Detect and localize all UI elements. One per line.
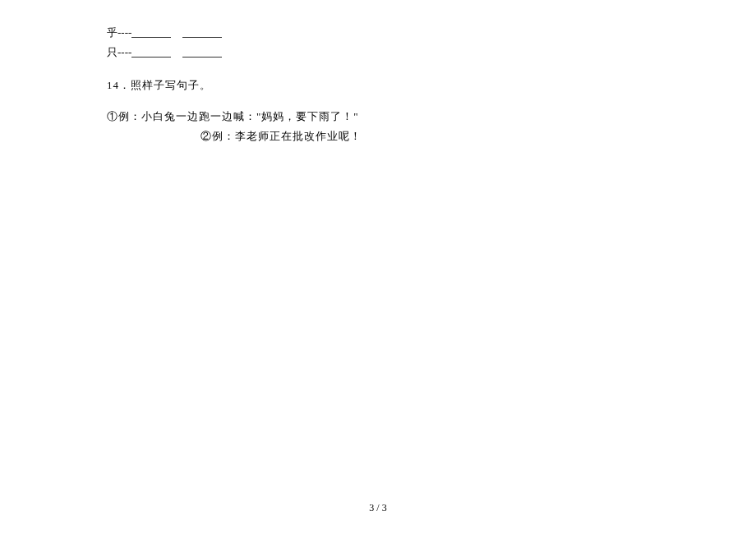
blank-hu-1[interactable]	[131, 26, 171, 38]
fill-line-zhi: 只----	[107, 44, 649, 62]
char-zhi: 只----	[107, 46, 131, 58]
question-14: 14．照样子写句子。	[107, 76, 649, 94]
question-prompt: 照样子写句子。	[131, 79, 211, 91]
page-footer: 3 / 3	[0, 499, 756, 516]
fill-line-hu: 乎----	[107, 24, 649, 42]
page: 乎---- 只---- 14．照样子写句子。 ①例：小白兔一边跑一边喊："妈妈，…	[0, 0, 756, 534]
question-number: 14．	[107, 79, 131, 91]
blank-hu-2[interactable]	[182, 26, 222, 38]
example-1: ①例：小白兔一边跑一边喊："妈妈，要下雨了！"	[107, 108, 649, 126]
blank-zhi-1[interactable]	[131, 46, 171, 58]
example-2: ②例：李老师正在批改作业呢！	[107, 127, 649, 145]
char-hu: 乎----	[107, 26, 131, 39]
blank-zhi-2[interactable]	[182, 46, 222, 58]
